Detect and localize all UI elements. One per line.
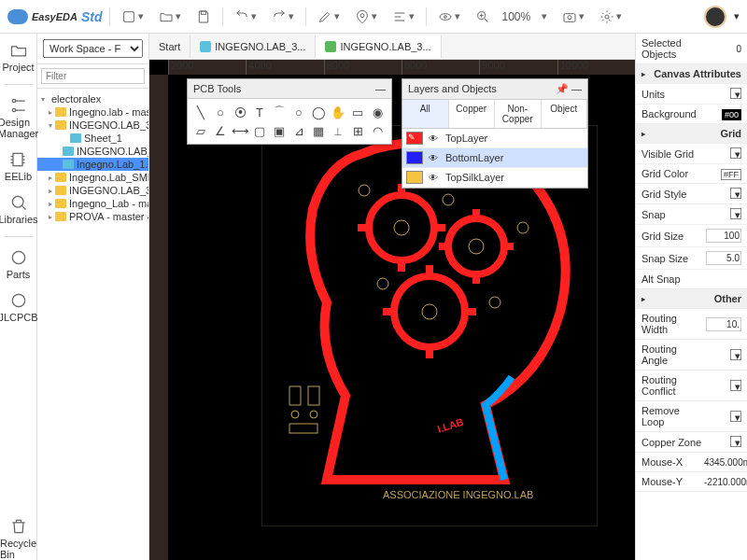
tool-image[interactable]: ▦: [309, 121, 328, 140]
project-tree-panel: Work Space - F ▾electoralex ▸Ingegno.lab…: [37, 34, 149, 560]
tool-pad[interactable]: ○: [211, 103, 230, 121]
rail-project[interactable]: Project: [2, 41, 34, 73]
snap-select[interactable]: ▾: [730, 208, 741, 219]
tree-filter-input[interactable]: [41, 68, 145, 84]
tool-via[interactable]: ⦿: [231, 103, 249, 121]
grid-size-input[interactable]: [706, 229, 741, 243]
mouse-x-value: 4345.000mi: [704, 457, 741, 468]
svg-text:I.LAB: I.LAB: [436, 416, 465, 435]
ruler-horizontal: 2000400060008000900010000: [168, 60, 635, 75]
pcb-canvas[interactable]: 2000400060008000900010000: [149, 60, 635, 560]
section-canvas-attributes[interactable]: Canvas Attributes: [636, 64, 747, 84]
routing-conflict-select[interactable]: ▾: [730, 380, 741, 391]
layer-row[interactable]: 👁TopSilkLayer: [402, 168, 587, 188]
tree-node[interactable]: ▸Ingegno_Lab - ma: [37, 197, 148, 210]
tool-solid[interactable]: ▣: [270, 121, 289, 140]
minimize-icon[interactable]: —: [375, 83, 386, 94]
zoom-level[interactable]: 100%: [501, 10, 530, 23]
settings-button[interactable]: ▾: [596, 6, 626, 28]
eye-icon[interactable]: 👁: [429, 153, 440, 163]
layer-tab-copper[interactable]: Copper: [449, 100, 496, 128]
zoom-menu-button[interactable]: [472, 6, 494, 28]
view-menu-button[interactable]: ▾: [434, 6, 464, 28]
copper-zone-select[interactable]: ▾: [730, 436, 741, 447]
tool-copper[interactable]: ▢: [250, 121, 269, 140]
tool-dimension[interactable]: ⟷: [231, 121, 249, 140]
user-avatar[interactable]: [704, 6, 726, 28]
section-grid[interactable]: Grid: [636, 124, 747, 144]
tab-schematic[interactable]: INGEGNO.LAB_3...: [190, 35, 316, 58]
svg-rect-29: [308, 386, 319, 405]
eye-icon[interactable]: 👁: [429, 173, 440, 183]
tool-hole[interactable]: ◉: [368, 103, 387, 121]
tool-text[interactable]: T: [250, 103, 269, 121]
tool-move[interactable]: ✋: [329, 103, 347, 121]
editor-area: Start INGEGNO.LAB_3... INGEGNO.LAB_3... …: [149, 34, 635, 560]
cloud-icon: [7, 9, 28, 24]
layer-row[interactable]: ✎👁TopLayer: [402, 129, 587, 148]
undo-button[interactable]: ▾: [231, 6, 261, 28]
svg-point-17: [448, 218, 504, 274]
folder-button[interactable]: ▾: [155, 6, 185, 28]
place-menu-button[interactable]: ▾: [351, 6, 381, 28]
layer-tab-all[interactable]: All: [402, 100, 449, 128]
tree-node[interactable]: ▸Ingegno.lab - mas: [37, 105, 148, 119]
edit-menu-button[interactable]: ▾: [314, 6, 344, 28]
tool-measure[interactable]: ⟂: [329, 121, 347, 140]
workspace-select[interactable]: Work Space - F: [43, 39, 143, 58]
camera-button[interactable]: ▾: [558, 6, 588, 28]
tool-connect[interactable]: ⊿: [289, 121, 308, 140]
file-menu-button[interactable]: ▾: [118, 6, 148, 28]
tool-rect[interactable]: ▭: [348, 103, 367, 121]
tool-track[interactable]: ╲: [191, 103, 210, 121]
svg-point-8: [605, 15, 609, 19]
background-swatch[interactable]: #00: [722, 109, 741, 120]
remove-loop-select[interactable]: ▾: [730, 411, 741, 422]
units-select[interactable]: ▾: [730, 88, 741, 99]
layer-row[interactable]: 👁BottomLayer: [402, 148, 587, 168]
tree-node-selected[interactable]: Ingegno.Lab_1.0: [37, 158, 148, 171]
tree-node[interactable]: ▸PROVA - master -: [37, 210, 148, 223]
rail-jlcpcb[interactable]: JLCPCB: [0, 291, 38, 323]
eye-icon[interactable]: 👁: [429, 133, 440, 144]
tool-region[interactable]: ▱: [191, 121, 210, 140]
tab-start[interactable]: Start: [149, 35, 190, 58]
rail-parts[interactable]: Parts: [7, 248, 31, 280]
layers-panel[interactable]: Layers and Objects📌 — All Copper Non-Cop…: [402, 78, 588, 189]
tool-arc[interactable]: ⌒: [270, 103, 289, 121]
pin-icon[interactable]: 📌: [556, 83, 569, 94]
redo-button[interactable]: ▾: [268, 6, 298, 28]
tree-node[interactable]: Sheet_1: [37, 132, 148, 145]
routing-width-input[interactable]: [706, 317, 741, 331]
svg-point-23: [443, 194, 454, 205]
project-tree: ▾electoralex ▸Ingegno.lab - mas ▾INGEGNO…: [37, 89, 148, 560]
save-button[interactable]: [192, 6, 215, 28]
rail-recycle-bin[interactable]: Recycle Bin: [0, 517, 36, 560]
tree-node[interactable]: ▸INGEGNO.LAB_3r: [37, 184, 148, 197]
tool-ellipse[interactable]: ◯: [309, 103, 328, 121]
visible-grid-select[interactable]: ▾: [730, 147, 741, 159]
tree-node[interactable]: INGEGNO.LAB_: [37, 145, 148, 158]
rail-libraries[interactable]: Libraries: [0, 193, 38, 225]
pcb-tools-panel[interactable]: PCB Tools— ╲ ○ ⦿ T ⌒ ○ ◯ ✋ ▭ ◉ ▱ ∠ ⟷ ▢ ▣: [187, 78, 392, 145]
section-other[interactable]: Other: [636, 289, 747, 309]
minimize-icon[interactable]: —: [571, 83, 582, 94]
tree-node[interactable]: ▸Ingegno.Lab_SMD: [37, 171, 148, 184]
tool-line[interactable]: ∠: [211, 121, 230, 140]
svg-point-19: [394, 220, 409, 235]
layer-tab-object[interactable]: Object: [542, 100, 588, 128]
layer-tab-noncopper[interactable]: Non-Copper: [495, 100, 542, 128]
tab-pcb[interactable]: INGEGNO.LAB_3...: [316, 35, 441, 58]
tool-group[interactable]: ⊞: [348, 121, 367, 140]
routing-angle-select[interactable]: ▾: [730, 349, 741, 360]
rail-design-manager[interactable]: Design Manager: [0, 96, 38, 139]
tree-node[interactable]: ▾INGEGNO.LAB_3r: [37, 119, 148, 132]
rail-eelib[interactable]: EELib: [5, 150, 32, 182]
align-menu-button[interactable]: ▾: [388, 6, 418, 28]
grid-style-select[interactable]: ▾: [730, 188, 741, 199]
tree-node[interactable]: ▾electoralex: [37, 92, 148, 105]
snap-size-input[interactable]: [706, 251, 741, 265]
grid-color-swatch[interactable]: #FF: [721, 169, 741, 180]
tool-protractor[interactable]: ◠: [368, 121, 387, 140]
tool-circle[interactable]: ○: [289, 103, 308, 121]
